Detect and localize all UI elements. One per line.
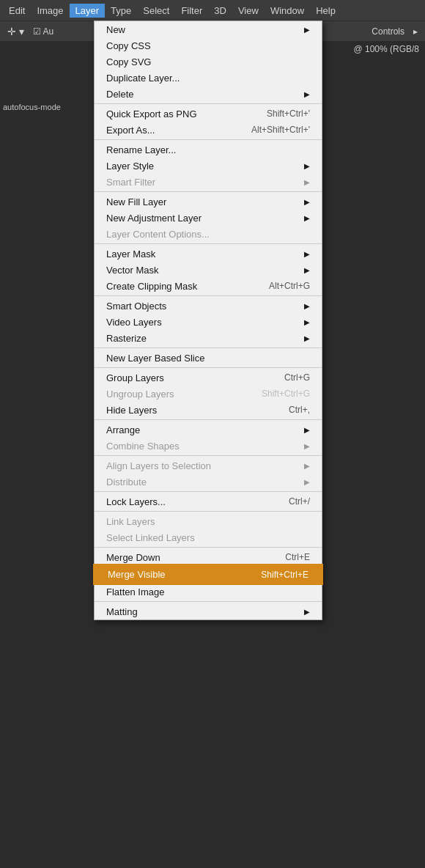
menu-item-new-adjustment-layer[interactable]: New Adjustment Layer ▶ (95, 210, 322, 226)
layer-menu-dropdown: New ▶ Copy CSS Copy SVG Duplicate Layer.… (94, 21, 322, 620)
menu-item-smart-filter[interactable]: Smart Filter ▶ (95, 174, 322, 190)
menubar-item-3d[interactable]: 3D (208, 4, 232, 18)
submenu-arrow-combine-shapes: ▶ (304, 442, 310, 450)
submenu-arrow-layer-mask: ▶ (304, 250, 310, 258)
separator-11 (95, 511, 322, 512)
submenu-arrow-adjustment: ▶ (304, 214, 310, 222)
submenu-arrow-new: ▶ (304, 26, 310, 34)
submenu-arrow-vector-mask: ▶ (304, 266, 310, 274)
separator-1 (95, 103, 322, 104)
menu-item-copy-svg[interactable]: Copy SVG (95, 54, 322, 70)
controls-label: Controls (367, 25, 409, 38)
submenu-arrow-delete: ▶ (304, 90, 310, 98)
menu-item-rename-layer[interactable]: Rename Layer... (95, 141, 322, 158)
menu-item-quick-export[interactable]: Quick Export as PNG Shift+Ctrl+' (95, 106, 322, 122)
menu-item-smart-objects[interactable]: Smart Objects ▶ (95, 298, 322, 314)
menu-item-create-clipping-mask[interactable]: Create Clipping Mask Alt+Ctrl+G (95, 278, 322, 294)
menubar-item-view[interactable]: View (232, 4, 265, 18)
separator-2 (95, 139, 322, 140)
menu-item-hide-layers[interactable]: Hide Layers Ctrl+, (95, 402, 322, 418)
separator-3 (95, 191, 322, 192)
menubar-item-window[interactable]: Window (265, 4, 310, 18)
toolbar-right-arrow[interactable]: ▸ (409, 25, 422, 38)
separator-4 (95, 243, 322, 244)
submenu-arrow-align: ▶ (304, 462, 310, 470)
menu-item-merge-down[interactable]: Merge Down Ctrl+E (95, 549, 322, 565)
zoom-label: @ 100% (RGB/8 (353, 44, 419, 54)
menu-item-new-layer-based-slice[interactable]: New Layer Based Slice (95, 350, 322, 366)
menu-item-new-fill-layer[interactable]: New Fill Layer ▶ (95, 194, 322, 210)
menu-item-copy-css[interactable]: Copy CSS (95, 37, 322, 54)
submenu-arrow-rasterize: ▶ (304, 334, 310, 342)
submenu-arrow-arrange: ▶ (304, 426, 310, 434)
separator-13 (95, 601, 322, 602)
submenu-arrow-fill: ▶ (304, 198, 310, 206)
move-tool-icon[interactable]: ✛ ▾ (3, 24, 29, 39)
menu-item-layer-mask[interactable]: Layer Mask ▶ (95, 246, 322, 262)
menu-item-layer-content-options[interactable]: Layer Content Options... (95, 226, 322, 242)
menu-item-rasterize[interactable]: Rasterize ▶ (95, 330, 322, 346)
separator-12 (95, 547, 322, 548)
menubar-item-edit[interactable]: Edit (3, 4, 31, 18)
submenu-arrow-smart-filter: ▶ (304, 178, 310, 186)
separator-8 (95, 419, 322, 420)
menubar-item-select[interactable]: Select (137, 4, 175, 18)
menubar-item-image[interactable]: Image (31, 4, 69, 18)
separator-6 (95, 347, 322, 348)
menu-item-merge-visible[interactable]: Merge Visible Shift+Ctrl+E (95, 565, 322, 584)
menubar-item-filter[interactable]: Filter (175, 4, 208, 18)
separator-10 (95, 491, 322, 492)
submenu-arrow-distribute: ▶ (304, 478, 310, 486)
menu-item-video-layers[interactable]: Video Layers ▶ (95, 314, 322, 330)
menu-item-duplicate-layer[interactable]: Duplicate Layer... (95, 70, 322, 86)
left-panel-text: autofocus-mode (3, 103, 61, 111)
separator-9 (95, 455, 322, 456)
submenu-arrow-smart-objects: ▶ (304, 302, 310, 310)
menu-item-ungroup-layers[interactable]: Ungroup Layers Shift+Ctrl+G (95, 386, 322, 402)
submenu-arrow-layer-style: ▶ (304, 162, 310, 170)
menu-item-group-layers[interactable]: Group Layers Ctrl+G (95, 369, 322, 386)
menu-item-combine-shapes[interactable]: Combine Shapes ▶ (95, 438, 322, 454)
menu-item-flatten-image[interactable]: Flatten Image (95, 584, 322, 600)
menubar-item-layer[interactable]: Layer (70, 4, 106, 18)
menu-item-distribute[interactable]: Distribute ▶ (95, 474, 322, 490)
menu-item-new[interactable]: New ▶ (95, 21, 322, 37)
menu-item-select-linked-layers[interactable]: Select Linked Layers (95, 529, 322, 545)
menubar-item-help[interactable]: Help (310, 4, 341, 18)
menu-item-layer-style[interactable]: Layer Style ▶ (95, 158, 322, 174)
autofocus-checkbox[interactable]: ☑ Au (29, 25, 58, 38)
menu-item-align-layers[interactable]: Align Layers to Selection ▶ (95, 457, 322, 474)
submenu-arrow-video-layers: ▶ (304, 318, 310, 326)
menu-item-arrange[interactable]: Arrange ▶ (95, 422, 322, 438)
menu-item-lock-layers[interactable]: Lock Layers... Ctrl+/ (95, 493, 322, 510)
menu-item-export-as[interactable]: Export As... Alt+Shift+Ctrl+' (95, 122, 322, 138)
submenu-arrow-matting: ▶ (304, 608, 310, 616)
menu-item-matting[interactable]: Matting ▶ (95, 603, 322, 619)
menubar: Edit Image Layer Type Select Filter 3D V… (0, 0, 425, 21)
menu-item-delete[interactable]: Delete ▶ (95, 86, 322, 102)
separator-5 (95, 295, 322, 296)
separator-7 (95, 367, 322, 368)
menubar-item-type[interactable]: Type (105, 4, 137, 18)
menu-item-vector-mask[interactable]: Vector Mask ▶ (95, 262, 322, 278)
menu-item-link-layers[interactable]: Link Layers (95, 513, 322, 529)
